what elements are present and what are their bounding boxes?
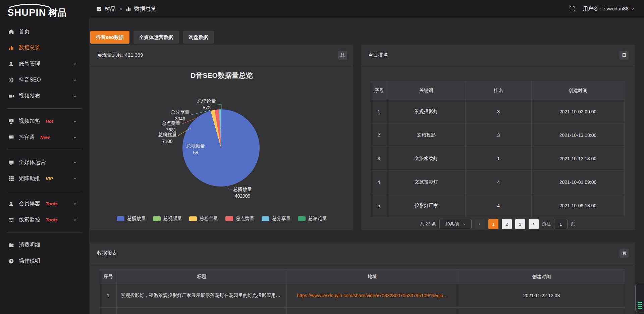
sidebar-item-lead-monitor[interactable]: 线索监控 Tools [0, 212, 89, 228]
breadcrumb-separator: > [119, 6, 122, 12]
chevron-left-icon [478, 222, 482, 226]
goto-label: 前往 [542, 221, 551, 227]
col-created: 创建时间 [531, 81, 624, 100]
sidebar-item-label: 视频发布 [19, 93, 40, 100]
breadcrumb-item-root[interactable]: 树品 [105, 5, 116, 13]
screen-heat-icon [8, 118, 14, 124]
tab-media-operation[interactable]: 全媒体运营数据 [133, 31, 179, 44]
legend-swatch [153, 216, 161, 221]
sidebar-item-label: 首页 [19, 28, 30, 35]
page-button-2[interactable]: 2 [502, 219, 512, 229]
page-button-1[interactable]: 1 [488, 219, 498, 229]
username-label: 用户名：zswodun88 [583, 6, 629, 12]
legend-item[interactable]: 总视频量 [153, 216, 182, 222]
floating-widget[interactable] [635, 284, 644, 312]
legend-swatch [189, 216, 197, 221]
chart-title: D音SEO数据量总览 [90, 71, 353, 80]
col-title: 标题 [117, 270, 287, 284]
table-toggle-badge[interactable]: 表 [620, 249, 629, 258]
col-created: 创建时间 [458, 270, 625, 284]
sidebar-item-matrix-boost[interactable]: 矩阵助推 VIP [0, 170, 89, 187]
pie-chart: D音SEO数据量总览 总评论量 572 [90, 66, 353, 230]
table-row: 2文旅投影32021-10-13 18:00 [371, 123, 625, 147]
prev-page-button[interactable] [475, 219, 485, 229]
next-page-button[interactable] [529, 219, 539, 229]
logo-text-en: SHUPIN [7, 7, 46, 18]
tools-badge: Tools [46, 217, 58, 222]
ranking-table-wrap: 序号 关键词 排名 创建时间 1景观投影灯32021-10-02 09:00 [361, 66, 635, 229]
chevron-down-icon [73, 202, 77, 206]
legend-item[interactable]: 总分享量 [262, 216, 291, 222]
sidebar-divider [7, 150, 82, 150]
user-icon [8, 61, 14, 67]
sidebar-item-consumption-detail[interactable]: 消费明细 [0, 237, 89, 253]
brand-logo[interactable]: SHUPIN 树品 [0, 0, 89, 19]
app-root: SHUPIN 树品 首页 数据总览 账号管理 抖音SEO [0, 0, 644, 314]
new-badge: New [40, 135, 50, 140]
home-icon [8, 29, 14, 35]
widget-stripe [638, 308, 642, 309]
overview-panel: 展现量总数: 421,369 总 D音SEO数据量总览 [90, 45, 353, 230]
gear-icon [8, 77, 14, 83]
wallet-icon [8, 242, 14, 248]
sidebar-item-video-publish[interactable]: 视频发布 [0, 88, 89, 104]
breadcrumb: 树品 > 数据总览 [96, 5, 156, 13]
chevron-down-icon [73, 161, 77, 164]
logo-text-cn: 树品 [49, 7, 67, 19]
legend-item[interactable]: 总评论量 [298, 216, 327, 222]
svg-text:?: ? [10, 259, 12, 263]
legend-item[interactable]: 总粉丝量 [189, 216, 218, 222]
legend-swatch [262, 216, 269, 221]
table-row: 5投影灯厂家42021-10-09 18:00 [371, 194, 625, 217]
sidebar-item-home[interactable]: 首页 [0, 23, 89, 40]
chevron-down-icon [73, 218, 77, 222]
ranking-table: 序号 关键词 排名 创建时间 1景观投影灯32021-10-02 09:00 [371, 81, 625, 217]
day-toggle-badge[interactable]: 日 [620, 51, 629, 60]
sidebar-item-instructions[interactable]: ? 操作说明 [0, 253, 89, 269]
user-menu[interactable]: 用户名：zswodun88 [583, 6, 635, 12]
legend-swatch [117, 216, 124, 221]
sidebar-item-douketong[interactable]: 抖客通 New [0, 129, 89, 145]
report-table-wrap: 序号 标题 地址 创建时间 1 景观投影灯，夜游景观投影灯厂家展示展示落花灯在花… [90, 264, 635, 314]
report-panel-header: 数据报表 表 [90, 243, 635, 264]
sidebar-item-douyin-seo[interactable]: 抖音SEO [0, 72, 89, 88]
tab-inquiry[interactable]: 询盘数据 [183, 31, 214, 44]
fullscreen-icon[interactable] [569, 6, 575, 12]
video-link[interactable]: https://www.iesdouyin.com/share/video/70… [297, 293, 448, 298]
sidebar-item-video-heat[interactable]: 视频加热 Hot [0, 113, 89, 129]
legend-item[interactable]: 总点赞量 [225, 216, 255, 222]
page-button-3[interactable]: 3 [515, 219, 525, 229]
table-header-row: 序号 关键词 排名 创建时间 [371, 81, 625, 100]
col-url: 地址 [287, 270, 458, 284]
sidebar-item-label: 视频加热 [19, 118, 40, 125]
legend-swatch [298, 216, 306, 221]
report-panel: 数据报表 表 序号 标题 地址 创建时间 [90, 243, 635, 314]
table-row [100, 308, 625, 314]
page-size-select[interactable]: 10条/页 [439, 219, 472, 229]
legend-item[interactable]: 总播放量 [117, 216, 146, 222]
tab-douyin-seo[interactable]: 抖音seo数据 [90, 31, 129, 44]
chevron-down-icon [73, 94, 77, 98]
table-row: 1景观投影灯32021-10-02 09:00 [371, 100, 625, 123]
ranking-title: 今日排名 [368, 52, 388, 58]
tab-bar: 抖音seo数据 全媒体运营数据 询盘数据 [90, 31, 635, 44]
sidebar-item-account[interactable]: 账号管理 [0, 56, 89, 72]
ranking-panel: 今日排名 日 序号 关键词 排名 创建时间 [361, 45, 635, 230]
total-toggle-badge[interactable]: 总 [338, 51, 347, 60]
question-icon: ? [8, 258, 14, 264]
sidebar-menu: 首页 数据总览 账号管理 抖音SEO 视频发布 [0, 23, 89, 269]
sidebar-item-label: 数据总览 [19, 44, 40, 51]
sidebar-item-label: 消费明细 [19, 242, 40, 249]
chevron-right-icon [532, 222, 535, 226]
sidebar-divider [7, 232, 82, 232]
col-index: 序号 [100, 270, 117, 284]
sidebar-item-data-overview[interactable]: 数据总览 [0, 40, 89, 56]
sidebar-item-member-baoke[interactable]: 会员爆客 Tools [0, 196, 89, 212]
topbar: 树品 > 数据总览 用户名：zswodun88 [89, 0, 644, 18]
bar-chart-icon [126, 6, 131, 12]
breadcrumb-item-current[interactable]: 数据总览 [134, 5, 156, 13]
chevron-down-icon [463, 222, 466, 226]
overview-panel-header: 展现量总数: 421,369 总 [90, 45, 353, 66]
goto-page-input[interactable] [554, 219, 568, 229]
sidebar-item-media-operation[interactable]: 全媒体运营 [0, 154, 89, 170]
